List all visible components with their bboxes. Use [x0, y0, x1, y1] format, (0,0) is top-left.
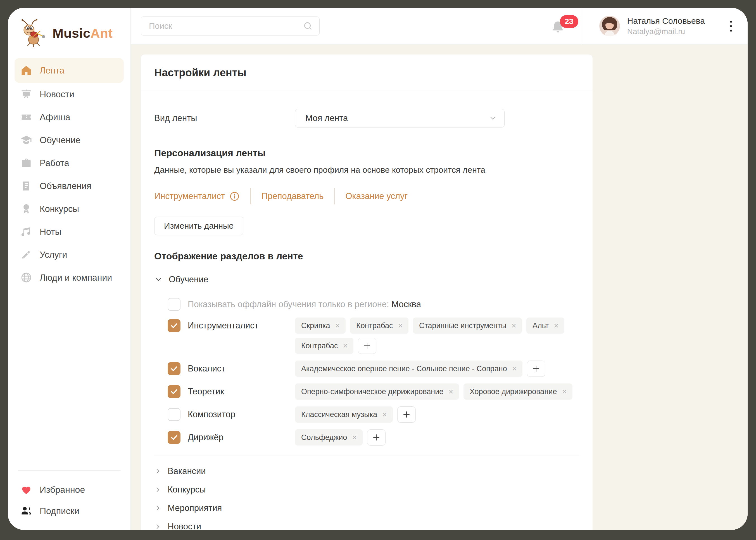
collapsed-section-2[interactable]: Мероприятия	[154, 499, 579, 517]
sidebar-footer-nav: ИзбранноеПодписки	[15, 479, 124, 522]
tab-label: Инструменталист	[154, 191, 225, 201]
training-row: Теоретик Оперно-симфоническое дирижирова…	[167, 383, 579, 400]
region-filter-row: Показывать оффлайн обучения только в рег…	[167, 298, 579, 311]
add-tag-button[interactable]	[397, 406, 416, 423]
training-row: Вокалист Академическое оперное пение - С…	[167, 360, 579, 377]
graduation-cap-icon	[20, 134, 33, 146]
sidebar-item-home[interactable]: Лента	[15, 58, 124, 83]
row-tags: Классическая музыка×	[295, 406, 579, 423]
tag: Сольфеджио×	[295, 429, 363, 446]
plus-icon	[363, 341, 371, 350]
chevron-right-icon	[154, 523, 162, 530]
add-tag-button[interactable]	[527, 360, 545, 377]
info-icon[interactable]	[229, 191, 240, 202]
training-section-toggle[interactable]: Обучение	[154, 274, 579, 285]
tag-remove-icon[interactable]: ×	[382, 410, 387, 419]
sidebar-item-globe[interactable]: Люди и компании	[15, 266, 124, 289]
tag: Оперно-симфоническое дирижирование×	[295, 383, 459, 400]
sidebar-item-people[interactable]: Подписки	[15, 500, 124, 522]
top-header: 23 Наталья Соловьева Natalya@mail.ru	[131, 8, 748, 45]
sidebar-item-label: Работа	[40, 158, 69, 168]
row-label: Теоретик	[188, 387, 224, 397]
sidebar-item-label: Люди и компании	[40, 273, 112, 283]
sidebar-item-label: Обучение	[40, 135, 80, 145]
tag: Контрабас×	[350, 318, 408, 334]
add-tag-button[interactable]	[367, 429, 385, 446]
sidebar-item-medal[interactable]: Конкурсы	[15, 197, 124, 220]
collapsed-section-3[interactable]: Новости	[154, 518, 579, 530]
header-divider	[582, 8, 582, 44]
check-icon	[170, 433, 178, 442]
tag-remove-icon[interactable]: ×	[343, 341, 348, 350]
tag-label: Альт	[532, 322, 549, 330]
plus-icon	[532, 364, 540, 373]
tag-remove-icon[interactable]: ×	[554, 322, 559, 330]
row-checkbox[interactable]	[167, 408, 180, 421]
logo[interactable]: MusicAnt	[15, 8, 124, 57]
row-checkbox[interactable]	[167, 362, 180, 375]
announcement-icon	[20, 180, 33, 192]
tag-remove-icon[interactable]: ×	[448, 387, 453, 396]
tag-remove-icon[interactable]: ×	[512, 364, 517, 373]
training-row-left: Дирижёр	[167, 429, 295, 446]
region-filter-checkbox[interactable]	[167, 298, 180, 311]
tag-remove-icon[interactable]: ×	[511, 322, 516, 330]
briefcase-icon	[20, 157, 33, 169]
medal-icon	[20, 202, 33, 215]
tag-remove-icon[interactable]: ×	[562, 387, 567, 396]
chevron-down-icon	[154, 275, 162, 284]
user-email: Natalya@mail.ru	[627, 27, 705, 37]
sidebar-divider	[18, 471, 120, 471]
search-input[interactable]	[149, 21, 303, 31]
tag-remove-icon[interactable]: ×	[335, 322, 340, 330]
sidebar-item-news[interactable]: Новости	[15, 83, 124, 106]
sidebar: MusicAnt ЛентаНовостиАфишаОбучениеРабота…	[8, 8, 131, 530]
sidebar-item-ticket[interactable]: Афиша	[15, 106, 124, 129]
feed-type-select[interactable]: Моя лента	[295, 109, 504, 127]
sidebar-item-briefcase[interactable]: Работа	[15, 152, 124, 175]
sidebar-item-label: Ноты	[40, 227, 61, 237]
notifications-button[interactable]: 23	[550, 16, 567, 36]
tab-role-2[interactable]: Оказание услуг	[345, 191, 408, 201]
sidebar-item-label: Подписки	[40, 506, 79, 516]
row-label: Вокалист	[188, 364, 225, 374]
feed-type-row: Вид ленты Моя лента	[154, 109, 579, 127]
check-icon	[170, 322, 178, 330]
card-body: Вид ленты Моя лента Персонализация ленты…	[141, 109, 593, 530]
search-icon	[303, 21, 313, 31]
collapsed-section-1[interactable]: Конкурсы	[154, 481, 579, 498]
region-filter-label: Показывать оффлайн обучения только в рег…	[188, 299, 421, 310]
row-checkbox[interactable]	[167, 385, 180, 398]
music-note-icon	[20, 225, 33, 238]
avatar	[599, 16, 620, 36]
collapsed-section-0[interactable]: Вакансии	[154, 463, 579, 480]
add-tag-button[interactable]	[358, 338, 376, 354]
sidebar-item-tools[interactable]: Услуги	[15, 243, 124, 266]
feed-settings-card: Настройки ленты Вид ленты Моя лента Перс…	[141, 55, 593, 530]
collapsed-sections: Вакансии Конкурсы Мероприятия Новости	[154, 462, 579, 530]
tag: Альт×	[526, 318, 564, 334]
collapsed-section-label: Вакансии	[167, 466, 206, 476]
row-checkbox[interactable]	[167, 319, 180, 332]
row-tags: Оперно-симфоническое дирижирование×Хоров…	[295, 383, 579, 400]
edit-data-button[interactable]: Изменить данные	[154, 216, 243, 235]
tab-role-1[interactable]: Преподаватель	[262, 191, 324, 201]
tag-remove-icon[interactable]: ×	[352, 433, 357, 442]
sidebar-item-announcement[interactable]: Объявления	[15, 175, 124, 197]
tag-label: Академическое оперное пение - Сольное пе…	[301, 364, 507, 373]
tab-role-0[interactable]: Инструменталист	[154, 191, 240, 202]
user-profile[interactable]: Наталья Соловьева Natalya@mail.ru	[599, 15, 705, 37]
sidebar-item-music-note[interactable]: Ноты	[15, 220, 124, 243]
user-info: Наталья Соловьева Natalya@mail.ru	[627, 15, 705, 37]
tag-remove-icon[interactable]: ×	[398, 322, 403, 330]
tag-label: Классическая музыка	[301, 410, 377, 419]
more-menu-button[interactable]	[727, 18, 735, 34]
training-row-left: Вокалист	[167, 360, 295, 377]
sidebar-item-heart[interactable]: Избранное	[15, 479, 124, 500]
chevron-down-icon	[488, 114, 497, 122]
profile-role-tabs: ИнструменталистПреподавательОказание усл…	[154, 188, 579, 204]
sidebar-item-graduation-cap[interactable]: Обучение	[15, 129, 124, 152]
search-box[interactable]	[141, 17, 320, 36]
row-checkbox[interactable]	[167, 431, 180, 444]
training-row-left: Композитор	[167, 406, 295, 423]
